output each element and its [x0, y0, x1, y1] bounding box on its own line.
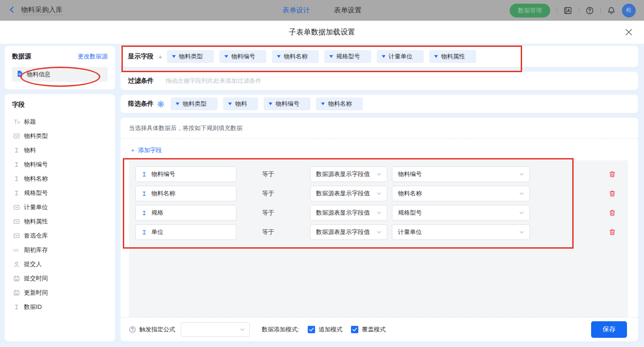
- caret-down-icon: [224, 55, 228, 58]
- datasource-panel: 数据源 更改数据源 物料信息: [5, 46, 115, 90]
- caret-down-icon: [434, 55, 438, 58]
- display-field-tag[interactable]: 物料名称: [272, 50, 319, 63]
- field-item-input[interactable]: 规格型号: [12, 186, 108, 200]
- back-button[interactable]: [8, 6, 16, 15]
- display-field-tag[interactable]: 物料属性: [429, 50, 476, 63]
- divider: [557, 7, 557, 14]
- checkbox-label: 覆盖模式: [362, 325, 386, 334]
- tab-form-design[interactable]: 表单设计: [282, 6, 310, 15]
- rule-value-select[interactable]: 物料编号: [392, 166, 530, 182]
- bell-icon[interactable]: [607, 6, 615, 15]
- field-item-user[interactable]: 提交人: [12, 257, 108, 271]
- field-label: 提交时间: [24, 274, 48, 283]
- gear-icon[interactable]: [157, 101, 164, 108]
- rule-row: 物料编号 等于 数据源表显示字段值 物料编号: [135, 166, 621, 182]
- field-item-title[interactable]: 标题: [12, 114, 108, 129]
- svg-text:123: 123: [13, 248, 18, 251]
- datasource-item[interactable]: 物料信息: [12, 67, 108, 82]
- docs-book-icon[interactable]: [564, 6, 572, 15]
- field-label: 物料名称: [24, 175, 48, 183]
- rule-source-select[interactable]: 数据源表显示字段值: [310, 205, 387, 221]
- field-item-select[interactable]: 物料类型: [12, 129, 108, 143]
- field-item-select[interactable]: 首选仓库: [12, 228, 108, 243]
- field-item-select[interactable]: 计量单位: [12, 200, 108, 214]
- tag-label: 物料类型: [183, 100, 207, 108]
- screen-field-tag[interactable]: 物料编号: [264, 97, 310, 110]
- formula-select[interactable]: [181, 322, 250, 337]
- filter-bar[interactable]: 过滤条件 拖动左侧字段到此处来添加过滤条件: [121, 72, 638, 90]
- save-button[interactable]: 保存: [591, 321, 627, 338]
- topbar: 物料采购入库 表单设计 表单设置 数据管理 检: [0, 0, 644, 21]
- screen-field-tag[interactable]: 物料名称: [316, 97, 363, 110]
- rule-target-field[interactable]: 规格: [135, 205, 236, 221]
- select-value: 数据源表显示字段值: [316, 189, 370, 198]
- trash-icon: [609, 190, 616, 197]
- calendar-icon: [13, 290, 20, 296]
- fill-rules-header: 当选择具体数据后，将按如下规则填充数据: [121, 118, 638, 139]
- caret-down-icon: [382, 55, 385, 58]
- chevron-down-icon: [519, 173, 524, 176]
- display-field-tag[interactable]: 规格型号: [324, 50, 371, 63]
- screen-field-tag[interactable]: 物料: [223, 97, 258, 110]
- delete-rule-button[interactable]: [609, 171, 616, 178]
- close-icon[interactable]: [625, 28, 633, 36]
- display-field-tag[interactable]: 物料编号: [219, 50, 266, 63]
- rule-field-label: 物料编号: [151, 170, 175, 178]
- modal-footer: 触发指定公式 数据添加模式: 追加模式 覆盖模式 保存: [121, 317, 638, 341]
- screen-condition-bar: 筛选条件 物料类型 物料 物料编号 物料名称: [121, 95, 638, 113]
- rule-field-label: 规格: [151, 209, 163, 217]
- chevron-down-icon: [377, 173, 381, 176]
- rule-row: 规格 等于 数据源表显示字段值 规格型号: [135, 205, 621, 221]
- rule-target-field[interactable]: 单位: [135, 224, 236, 240]
- field-item-input[interactable]: 物料: [12, 143, 108, 157]
- delete-rule-button[interactable]: [609, 190, 616, 197]
- rule-target-field[interactable]: 物料名称: [135, 186, 236, 201]
- caret-down-icon: [277, 55, 281, 58]
- rules-panel: 物料编号 等于 数据源表显示字段值 物料编号: [129, 160, 628, 317]
- fill-rules-card: 当选择具体数据后，将按如下规则填充数据 ＋ 添加字段 物料编号 等于 数据源表显: [121, 118, 638, 341]
- change-datasource-link[interactable]: 更改数据源: [78, 52, 108, 61]
- rule-operator: 等于: [262, 170, 310, 178]
- rule-value-select[interactable]: 计量单位: [392, 224, 530, 240]
- display-field-tag[interactable]: 计量单位: [377, 50, 424, 63]
- field-item-select[interactable]: 物料属性: [12, 214, 108, 228]
- chevron-down-icon: [377, 211, 381, 215]
- help-circle-icon[interactable]: [129, 326, 136, 333]
- rule-value-select[interactable]: 物料名称: [392, 186, 530, 201]
- checkbox-label: 追加模式: [319, 325, 343, 334]
- delete-rule-button[interactable]: [609, 228, 616, 236]
- caret-down-icon: [269, 102, 272, 105]
- rule-source-select[interactable]: 数据源表显示字段值: [310, 186, 387, 201]
- append-mode-checkbox[interactable]: 追加模式: [308, 325, 343, 334]
- delete-rule-button[interactable]: [609, 209, 616, 216]
- field-item-input[interactable]: 物料编号: [12, 157, 108, 171]
- add-display-field-button[interactable]: +: [158, 53, 162, 61]
- help-icon[interactable]: [586, 6, 594, 15]
- trash-icon: [609, 171, 616, 178]
- input-field-icon: [13, 176, 20, 182]
- overwrite-mode-checkbox[interactable]: 覆盖模式: [351, 325, 386, 334]
- field-item-number[interactable]: 123 期初库存: [12, 243, 108, 257]
- formula-label: 触发指定公式: [139, 325, 175, 334]
- tag-label: 物料: [235, 100, 247, 108]
- input-field-icon: [141, 210, 147, 216]
- display-field-tag[interactable]: 物料类型: [167, 50, 214, 63]
- rule-source-select[interactable]: 数据源表显示字段值: [310, 166, 387, 182]
- select-value: 规格型号: [398, 209, 422, 217]
- avatar[interactable]: 检: [622, 4, 636, 17]
- add-field-link[interactable]: ＋ 添加字段: [130, 146, 162, 154]
- rule-source-select[interactable]: 数据源表显示字段值: [310, 224, 387, 240]
- field-item-date[interactable]: 更新时间: [12, 285, 108, 300]
- data-manage-button[interactable]: 数据管理: [510, 4, 550, 17]
- field-item-input[interactable]: 物料名称: [12, 171, 108, 186]
- tab-form-settings[interactable]: 表单设置: [334, 6, 362, 15]
- screen-field-tag[interactable]: 物料类型: [171, 97, 218, 110]
- input-field-icon: [13, 161, 20, 168]
- input-field-icon: [13, 147, 20, 154]
- field-item-input[interactable]: 数据ID: [12, 300, 108, 314]
- rule-value-select[interactable]: 规格型号: [392, 205, 530, 221]
- chevron-down-icon: [519, 192, 524, 195]
- field-item-date[interactable]: 提交时间: [12, 271, 108, 285]
- chevron-down-icon: [240, 328, 245, 331]
- rule-target-field[interactable]: 物料编号: [135, 166, 236, 182]
